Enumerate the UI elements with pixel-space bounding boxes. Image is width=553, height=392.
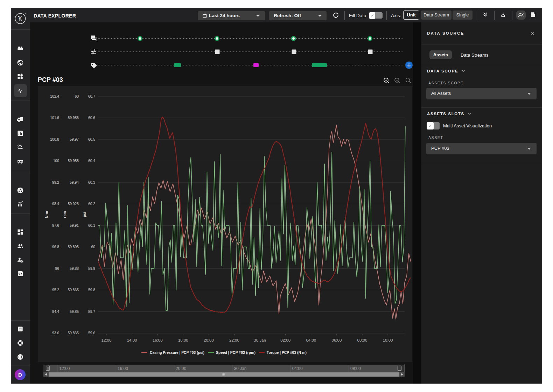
svg-text:60: 60 — [75, 94, 79, 98]
svg-text:59.8: 59.8 — [88, 288, 95, 292]
svg-text:97.6: 97.6 — [52, 224, 59, 227]
svg-text:94.4: 94.4 — [52, 310, 59, 314]
svg-text:20:00: 20:00 — [176, 366, 186, 371]
svg-text:16:00: 16:00 — [153, 338, 163, 342]
svg-text:30 Jan: 30 Jan — [234, 366, 246, 371]
svg-text:60.4: 60.4 — [88, 159, 95, 163]
svg-text:14:00: 14:00 — [127, 338, 137, 342]
svg-text:59.91: 59.91 — [70, 224, 79, 227]
svg-text:08:00: 08:00 — [357, 338, 368, 342]
svg-text:59.835: 59.835 — [68, 331, 79, 335]
svg-text:93.6: 93.6 — [52, 331, 59, 335]
svg-text:59.9: 59.9 — [88, 267, 95, 271]
svg-text:96.8: 96.8 — [52, 245, 59, 249]
svg-text:Casing Pressure | PCP #03 (psi: Casing Pressure | PCP #03 (psi) — [150, 350, 204, 355]
svg-text:12:00: 12:00 — [59, 366, 70, 371]
svg-text:60.7: 60.7 — [88, 94, 95, 98]
svg-text:22:00: 22:00 — [229, 338, 239, 342]
svg-text:59.865: 59.865 — [68, 288, 79, 292]
svg-text:101.6: 101.6 — [50, 116, 59, 120]
svg-text:Speed | PCP #03 (rpm): Speed | PCP #03 (rpm) — [216, 350, 255, 355]
svg-text:99.2: 99.2 — [52, 181, 59, 184]
svg-text:60.3: 60.3 — [88, 181, 95, 184]
svg-text:59.97: 59.97 — [70, 138, 79, 141]
svg-text:59.6: 59.6 — [88, 331, 95, 335]
svg-text:60.1: 60.1 — [88, 224, 95, 227]
svg-text:04:00: 04:00 — [306, 338, 316, 342]
svg-text:100: 100 — [53, 159, 59, 163]
svg-text:59.955: 59.955 — [68, 159, 79, 163]
svg-text:02:00: 02:00 — [280, 338, 290, 342]
svg-text:59.925: 59.925 — [68, 202, 79, 206]
svg-text:59.985: 59.985 — [68, 116, 79, 120]
svg-text:96: 96 — [55, 267, 59, 271]
svg-text:102.4: 102.4 — [50, 94, 59, 98]
svg-text:08:00: 08:00 — [350, 366, 361, 371]
svg-text:20:00: 20:00 — [204, 338, 214, 342]
svg-text:98.4: 98.4 — [52, 202, 59, 206]
svg-text:59.7: 59.7 — [88, 310, 95, 314]
svg-text:psi: psi — [82, 212, 86, 217]
svg-text:Torque | PCP #03 (N-m): Torque | PCP #03 (N-m) — [267, 350, 307, 355]
svg-text:12:00: 12:00 — [102, 338, 112, 342]
svg-text:60.5: 60.5 — [88, 138, 95, 141]
svg-text:95.2: 95.2 — [52, 288, 59, 292]
svg-text:59.895: 59.895 — [68, 245, 79, 249]
svg-text:59.85: 59.85 — [70, 310, 79, 314]
svg-text:06:00: 06:00 — [332, 338, 342, 342]
svg-text:16:00: 16:00 — [118, 366, 128, 371]
svg-text:18:00: 18:00 — [178, 338, 188, 342]
svg-text:60.6: 60.6 — [88, 116, 95, 120]
svg-text:59.94: 59.94 — [70, 181, 79, 184]
svg-text:100.8: 100.8 — [50, 138, 59, 141]
svg-text:59.88: 59.88 — [70, 267, 79, 271]
svg-text:30 Jan: 30 Jan — [254, 338, 266, 342]
svg-text:10:00: 10:00 — [383, 338, 393, 342]
svg-text:N·m: N·m — [44, 211, 49, 218]
svg-text:K: K — [19, 16, 22, 22]
svg-text:04:00: 04:00 — [292, 366, 303, 371]
svg-text:60: 60 — [91, 245, 96, 249]
svg-text:rpm: rpm — [63, 211, 67, 218]
svg-text:60.2: 60.2 — [88, 202, 95, 206]
